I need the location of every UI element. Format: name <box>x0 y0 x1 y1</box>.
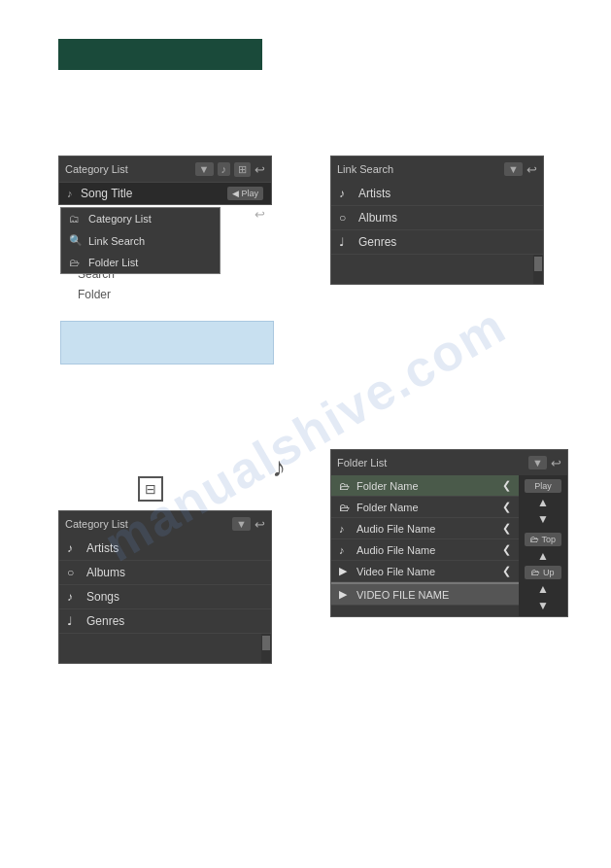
albums-bottom-label: Albums <box>86 566 125 579</box>
folder2-chevron: ❮ <box>502 501 511 513</box>
category-list-title: Category List <box>65 163 128 175</box>
folder1-label: Folder Name <box>356 480 419 492</box>
category-list-bottom-title: Category List <box>65 518 128 530</box>
audio1-icon: ♪ <box>339 523 352 535</box>
scrollbar-thumb <box>534 257 542 271</box>
video1-label: Video File Name <box>356 566 435 577</box>
video2-label: VIDEO FILE NAME <box>356 589 449 601</box>
video2-icon: ▶ <box>339 588 352 601</box>
song-icon: ♪ <box>67 188 81 199</box>
link-search-item-genres[interactable]: ♩ Genres <box>331 230 543 255</box>
folder-item-1[interactable]: 🗁 Folder Name ❮ <box>331 475 519 497</box>
dropdown-folder-list-label: Folder List <box>88 257 138 268</box>
folder-list-panel: Folder List ▼ ↩ 🗁 Folder Name ❮ 🗁 Folder… <box>330 449 568 617</box>
save-icon[interactable]: ⊞ <box>234 162 251 177</box>
category-bottom-scroll-area <box>59 634 271 663</box>
category-bottom-dropdown-icon[interactable]: ▼ <box>232 517 251 531</box>
folder2-label: Folder Name <box>356 502 419 513</box>
floppy-save-icon: ⊟ <box>138 476 163 502</box>
dropdown-item-link-search[interactable]: 🔍 Link Search <box>61 229 220 252</box>
link-search-item-albums[interactable]: ○ Albums <box>331 206 543 230</box>
folder-list-dropdown-icon[interactable]: ▼ <box>528 456 547 469</box>
audio2-label: Audio File Name <box>356 544 435 556</box>
scrollbar-bottom-left <box>261 634 271 663</box>
link-search-title: Link Search <box>337 163 393 175</box>
category-list-panel-bottom: Category List ▼ ↩ ♪ Artists ○ Albums ♪ S… <box>58 510 272 664</box>
folder1-chevron: ❮ <box>502 479 511 492</box>
category-item-albums[interactable]: ○ Albums <box>59 561 271 585</box>
folder-item-audio1[interactable]: ♪ Audio File Name ❮ <box>331 518 519 539</box>
albums-label: Albums <box>358 211 397 225</box>
video1-icon: ▶ <box>339 565 352 577</box>
category-list-bottom-icons: ▼ ↩ <box>232 517 265 532</box>
up-arrow-icon-3[interactable]: ▲ <box>537 582 549 596</box>
genres-bottom-label: Genres <box>86 614 124 628</box>
link-search-scroll-area <box>331 255 543 284</box>
dropdown-item-category[interactable]: 🗂 Category List <box>61 208 220 229</box>
category-list-header[interactable]: Category List ▼ ♪ ⊞ ↩ <box>59 156 271 182</box>
header-bar <box>58 39 262 70</box>
play-button-small[interactable]: ◀ Play <box>227 187 263 200</box>
folder2-icon: 🗁 <box>339 502 352 513</box>
folder-list-content: 🗁 Folder Name ❮ 🗁 Folder Name ❮ ♪ Audio … <box>331 475 567 616</box>
up-arrow-icon-1[interactable]: ▲ <box>537 496 549 509</box>
folder-list-side-buttons: Play ▲ ▼ 🗁 Top ▲ 🗁 Up ▲ ▼ <box>519 475 567 616</box>
folder-icon: 🗁 <box>69 257 83 268</box>
link-search-item-artists[interactable]: ♪ Artists <box>331 182 543 206</box>
folder-item-2[interactable]: 🗁 Folder Name ❮ <box>331 497 519 518</box>
dropdown-item-folder-list[interactable]: 🗁 Folder List <box>61 252 220 273</box>
link-search-dropdown-icon[interactable]: ▼ <box>504 162 523 176</box>
category-item-genres[interactable]: ♩ Genres <box>59 609 271 634</box>
watermark: manualshive.com <box>0 0 611 868</box>
artists-bottom-label: Artists <box>86 541 119 555</box>
dropdown-back-icon[interactable]: ↩ <box>255 207 265 222</box>
folder1-icon: 🗁 <box>339 480 352 492</box>
folder-list-header-icons: ▼ ↩ <box>528 456 561 470</box>
category-list-header-icons: ▼ ♪ ⊞ ↩ <box>195 162 265 177</box>
link-search-header-icons: ▼ ↩ <box>504 162 537 177</box>
category-list-panel-top: Category List ▼ ♪ ⊞ ↩ ♪ Song Title ◀ Pla… <box>58 156 272 205</box>
category-icon: 🗂 <box>69 213 83 225</box>
folder-item-video2[interactable]: ▶ VIDEO FILE NAME <box>331 582 519 606</box>
link-search-back-icon[interactable]: ↩ <box>526 162 537 177</box>
scrollbar-bottom-left-thumb <box>262 636 270 650</box>
albums-icon: ○ <box>339 211 353 225</box>
folder-item-video1[interactable]: ▶ Video File Name ❮ <box>331 561 519 582</box>
folder-list-items: 🗁 Folder Name ❮ 🗁 Folder Name ❮ ♪ Audio … <box>331 475 519 616</box>
highlight-box <box>60 321 274 365</box>
back-arrow-icon[interactable]: ↩ <box>255 162 265 177</box>
audio2-chevron: ❮ <box>502 543 511 556</box>
video1-chevron: ❮ <box>502 565 511 577</box>
down-arrow-icon-1[interactable]: ▼ <box>537 512 549 526</box>
category-item-songs[interactable]: ♪ Songs <box>59 585 271 609</box>
category-list-bottom-header[interactable]: Category List ▼ ↩ <box>59 511 271 537</box>
link-search-panel: Link Search ▼ ↩ ♪ Artists ○ Albums ♩ Gen… <box>330 156 544 285</box>
genres-label: Genres <box>358 235 396 249</box>
top-button[interactable]: 🗁 Top <box>525 533 561 546</box>
folder-list-back-icon[interactable]: ↩ <box>551 456 561 470</box>
folder-list-header[interactable]: Folder List ▼ ↩ <box>331 450 567 475</box>
songs-icon: ♪ <box>67 590 81 604</box>
down-arrow-icon-2[interactable]: ▼ <box>537 599 549 612</box>
artists-icon: ♪ <box>339 187 353 200</box>
up-button[interactable]: 🗁 Up <box>525 566 561 579</box>
songs-label: Songs <box>86 590 119 604</box>
category-bottom-back-icon[interactable]: ↩ <box>255 517 265 532</box>
up-arrow-icon-2[interactable]: ▲ <box>537 549 549 563</box>
music-note-icon[interactable]: ♪ <box>218 162 231 176</box>
albums-bottom-icon: ○ <box>67 566 81 579</box>
genres-icon: ♩ <box>339 235 353 249</box>
audio2-icon: ♪ <box>339 544 352 556</box>
dropdown-category-label: Category List <box>88 213 152 225</box>
song-title-row[interactable]: ♪ Song Title ◀ Play <box>59 182 271 204</box>
audio1-label: Audio File Name <box>356 523 435 535</box>
link-search-header[interactable]: Link Search ▼ ↩ <box>331 156 543 182</box>
play-button[interactable]: Play <box>525 479 561 493</box>
audio1-chevron: ❮ <box>502 522 511 535</box>
category-item-artists[interactable]: ♪ Artists <box>59 537 271 561</box>
genres-bottom-icon: ♩ <box>67 614 81 628</box>
folder-item-audio2[interactable]: ♪ Audio File Name ❮ <box>331 539 519 561</box>
song-title-text: Song Title <box>81 187 132 200</box>
artists-bottom-icon: ♪ <box>67 541 81 555</box>
dropdown-arrow-icon[interactable]: ▼ <box>195 162 214 176</box>
